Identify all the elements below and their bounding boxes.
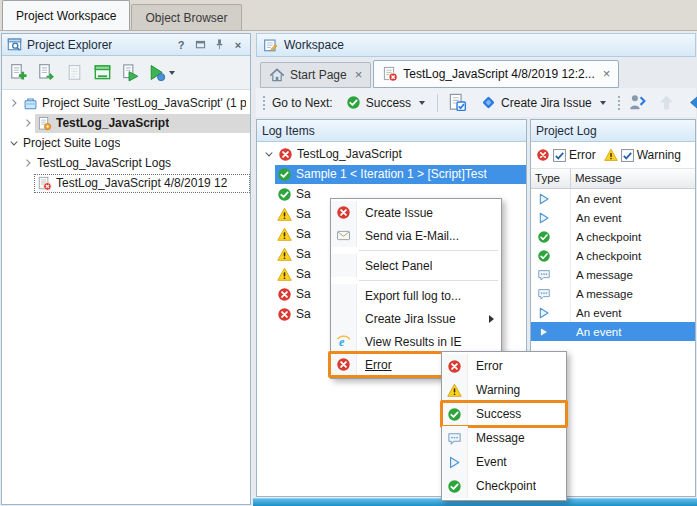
workspace-toolbar-right-icons (624, 89, 680, 116)
close-button[interactable]: × (231, 38, 245, 52)
log-row-type-cell (531, 246, 571, 265)
dropdown-caret-icon (419, 101, 425, 105)
tree-item[interactable]: TestLog_JavaScript (2, 113, 250, 133)
event-icon (537, 211, 551, 225)
menu-item-icon-area (331, 224, 357, 247)
log-row[interactable]: A message (531, 284, 695, 303)
menu-item-event[interactable]: Event (442, 450, 566, 474)
menu-item-create-issue[interactable]: Create Issue (331, 201, 501, 224)
chevron-down-icon[interactable] (261, 147, 276, 162)
log-row[interactable]: A checkpoint (531, 246, 695, 265)
tab-testlog-javascript-4-8-2019-12-2[interactable]: TestLog_JavaScript 4/8/2019 12:2...× (373, 60, 619, 88)
filter-warning[interactable]: Warning (604, 148, 681, 162)
menu-item-icon-area (331, 307, 357, 330)
project-log-title: Project Log (536, 124, 597, 138)
run-test-button[interactable] (145, 59, 177, 86)
tree-item[interactable]: Project Suite 'TestLog_JavaScript' (1 pr… (2, 93, 250, 113)
message-icon (537, 268, 551, 282)
log-row[interactable]: An event (531, 189, 695, 208)
add-new-item-button[interactable] (5, 59, 32, 86)
log-items-title: Log Items (262, 124, 315, 138)
log-row-type-cell (531, 208, 571, 227)
add-existing-item-button[interactable] (33, 59, 60, 86)
menu-item-icon-area (331, 254, 357, 277)
menu-item-export-full-log-to[interactable]: Export full log to... (331, 284, 501, 307)
create-issue-icon (448, 93, 467, 112)
menu-item-send-via-e-mail[interactable]: Send via E-Mail... (331, 224, 501, 247)
log-row-type-cell (531, 284, 571, 303)
menu-item-select-panel[interactable]: Select Panel (331, 254, 501, 277)
filter-error[interactable]: Error (536, 148, 596, 162)
up-arrow-button[interactable] (653, 89, 680, 116)
chevron-right-icon[interactable] (6, 96, 21, 111)
menu-item-create-jira-issue[interactable]: Create Jira Issue (331, 307, 501, 330)
close-icon[interactable]: × (603, 69, 611, 79)
workspace-title: Workspace (284, 38, 344, 52)
menu-item-icon-area (331, 201, 357, 224)
chevron-right-icon[interactable] (20, 116, 35, 131)
create-issue-button[interactable] (444, 89, 471, 116)
create-jira-issue-dropdown[interactable]: Create Jira Issue (475, 91, 612, 115)
log-row[interactable]: An event (531, 303, 695, 322)
menu-item-message[interactable]: Message (442, 426, 566, 450)
chevron-right-icon[interactable] (20, 156, 35, 171)
tab-start-page[interactable]: Start Page× (260, 62, 371, 88)
workspace-icon (263, 38, 278, 53)
navigate-back-button[interactable] (684, 89, 697, 116)
log-row-message: An event (571, 189, 695, 208)
workspace-tab-strip: Start Page×TestLog_JavaScript 4/8/2019 1… (256, 60, 696, 88)
float-button[interactable] (193, 38, 207, 52)
new-document-button[interactable] (61, 59, 88, 86)
tab-project-workspace[interactable]: Project Workspace (2, 0, 130, 30)
column-header-message[interactable]: Message (571, 169, 695, 188)
warning-icon (277, 267, 292, 282)
column-header-type[interactable]: Type (531, 169, 571, 188)
menu-item-label: Success (468, 407, 521, 421)
tree-item[interactable]: TestLog_JavaScript (257, 144, 526, 164)
log-row[interactable]: An event (531, 322, 695, 341)
menu-item-success[interactable]: Success (442, 402, 566, 426)
checkbox-checked-icon[interactable] (553, 149, 566, 162)
run-project-button[interactable] (117, 59, 144, 86)
tree-item[interactable]: TestLog_JavaScript 4/8/2019 12 (2, 173, 250, 193)
log-row[interactable]: An event (531, 208, 695, 227)
project-explorer-icon (7, 37, 22, 52)
close-icon[interactable]: × (355, 70, 363, 80)
log-row-message: A message (571, 284, 695, 303)
menu-item-icon-area (442, 426, 468, 450)
menu-item-error[interactable]: Error (442, 354, 566, 378)
menu-item-warning[interactable]: Warning (442, 378, 566, 402)
error-icon (278, 147, 293, 162)
log-row-message: A checkpoint (571, 227, 695, 246)
pin-button[interactable] (212, 38, 226, 52)
log-row[interactable]: A checkpoint (531, 227, 695, 246)
error-icon (447, 359, 462, 374)
tree-item[interactable]: Project Suite Logs (2, 133, 250, 153)
tree-item-label: Sa (296, 267, 311, 281)
project-icon (37, 116, 52, 131)
tree-item-label: TestLog_JavaScript (56, 116, 169, 130)
checkbox-checked-icon[interactable] (621, 149, 634, 162)
log-row-message: An event (571, 322, 695, 341)
go-to-next-dropdown[interactable]: Success (340, 91, 431, 115)
tree-item[interactable]: Sample 1 < Iteration 1 > [Script]Test (257, 164, 526, 184)
tree-item-content: Project Suite Logs (21, 134, 250, 153)
tab-object-browser[interactable]: Object Browser (131, 4, 241, 30)
tree-item[interactable]: TestLog_JavaScript Logs (2, 153, 250, 173)
jira-person-button[interactable] (624, 89, 651, 116)
log-row[interactable]: A message (531, 265, 695, 284)
add-new-item-icon (9, 63, 28, 82)
tree-item-label: Sample 1 < Iteration 1 > [Script]Test (296, 167, 487, 181)
menu-item-label: Create Issue (357, 206, 433, 220)
help-button[interactable]: ? (174, 38, 188, 52)
tree-item-content: Project Suite 'TestLog_JavaScript' (1 pr… (21, 94, 250, 113)
menu-item-view-results-in-ie[interactable]: eView Results in IE (331, 330, 501, 353)
panel-organize-button[interactable] (89, 59, 116, 86)
tree-item-content: TestLog_JavaScript 4/8/2019 12 (34, 174, 250, 193)
menu-item-icon-area: e (331, 330, 357, 353)
menu-item-checkpoint[interactable]: Checkpoint (442, 474, 566, 498)
chevron-down-icon[interactable] (6, 136, 21, 151)
project-log-filter-bar: ErrorWarning (531, 142, 695, 169)
menu-item-label: Send via E-Mail... (357, 229, 459, 243)
event-icon (537, 192, 551, 206)
